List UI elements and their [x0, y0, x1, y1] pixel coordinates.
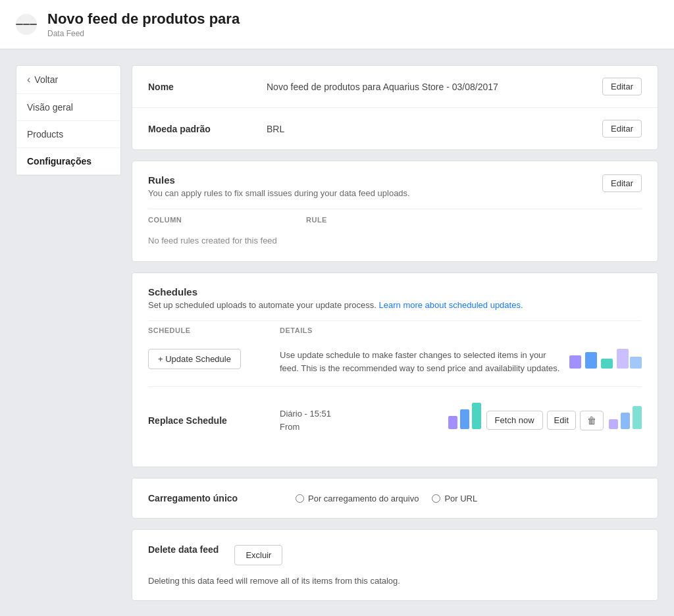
radio-group: Por carregamento do arquivo Por URL	[296, 494, 477, 503]
schedules-title: Schedules	[148, 286, 642, 297]
replace-schedule-label-cell: Replace Schedule	[148, 415, 280, 426]
update-schedule-details: Use update schedule to make faster chang…	[280, 349, 561, 374]
rules-title: Rules	[148, 174, 410, 186]
delete-note: Deleting this data feed will remove all …	[148, 576, 642, 586]
sidebar-item-back[interactable]: Voltar	[16, 66, 120, 94]
schedules-description: Set up scheduled uploads to automate you…	[148, 300, 642, 310]
carregamento-label: Carregamento único	[148, 493, 280, 503]
main-layout: Voltar Visão geral Products Configuraçõe…	[0, 49, 674, 616]
svg-rect-7	[472, 403, 481, 429]
update-schedule-row: + Update Schedule Use update schedule to…	[148, 340, 642, 386]
sidebar-item-products[interactable]: Products	[16, 121, 120, 148]
update-schedule-bars	[569, 349, 642, 377]
replace-schedule-actions: Fetch now Edit 🗑	[486, 411, 604, 430]
rules-table-header: COLUMN RULE	[148, 209, 642, 230]
column-header: COLUMN	[148, 216, 280, 224]
radio-option-arquivo[interactable]: Por carregamento do arquivo	[296, 494, 419, 503]
header-text-block: Novo feed de produtos para Data Feed	[47, 11, 240, 38]
carregamento-card: Carregamento único Por carregamento do a…	[132, 478, 658, 519]
replace-schedule-bars-right	[609, 396, 642, 444]
svg-rect-0	[569, 355, 581, 369]
main-content: Nome Novo feed de produtos para Aquarius…	[132, 65, 658, 601]
nome-label: Nome	[148, 82, 267, 92]
update-schedule-label-cell: + Update Schedule	[148, 349, 280, 369]
moeda-row: Moeda padrão BRL Editar	[132, 108, 658, 149]
excluir-button[interactable]: Excluir	[234, 545, 282, 565]
configuracoes-label: Configurações	[27, 156, 91, 167]
replace-schedule-delete-button[interactable]: 🗑	[580, 411, 604, 430]
update-schedule-button[interactable]: + Update Schedule	[148, 349, 241, 369]
svg-rect-2	[601, 359, 613, 369]
svg-rect-5	[448, 416, 457, 429]
sidebar: Voltar Visão geral Products Configuraçõe…	[16, 65, 121, 176]
svg-rect-10	[633, 406, 642, 429]
radio-url-label: Por URL	[444, 494, 477, 503]
rules-description: You can apply rules to fix small issues …	[148, 188, 410, 198]
svg-rect-1	[585, 352, 597, 369]
moeda-edit-button[interactable]: Editar	[602, 120, 642, 138]
back-label: Voltar	[34, 74, 58, 85]
replace-schedule-row: Replace Schedule Diário - 15:51 From	[148, 386, 642, 453]
rules-header-left: Rules You can apply rules to fix small i…	[148, 174, 410, 198]
svg-rect-9	[621, 413, 630, 429]
moeda-value: BRL	[267, 124, 602, 134]
radio-arquivo[interactable]	[296, 494, 304, 503]
schedules-desc-text: Set up scheduled uploads to automate you…	[148, 300, 376, 310]
replace-schedule-name: Replace Schedule	[148, 415, 280, 426]
replace-schedule-main-text: Diário - 15:51	[280, 407, 448, 421]
nome-value: Novo feed de produtos para Aquarius Stor…	[267, 82, 602, 92]
schedule-col-header: SCHEDULE	[148, 326, 280, 334]
delete-title: Delete data feed	[148, 544, 219, 555]
delete-row: Delete data feed Excluir	[148, 544, 642, 565]
rule-header: RULE	[306, 216, 327, 224]
schedules-learn-more-link[interactable]: Learn more about scheduled updates.	[379, 300, 523, 310]
replace-schedule-bars-left	[448, 396, 481, 444]
details-col-header: DETAILS	[280, 326, 642, 334]
schedule-table-header: SCHEDULE DETAILS	[148, 321, 642, 340]
delete-feed-card: Delete data feed Excluir Deleting this d…	[132, 529, 658, 601]
nome-edit-button[interactable]: Editar	[602, 78, 642, 95]
rules-edit-button[interactable]: Editar	[602, 174, 642, 192]
page-title: Novo feed de produtos para	[47, 11, 240, 28]
sidebar-item-configuracoes[interactable]: Configurações	[16, 148, 120, 175]
svg-rect-4	[630, 357, 642, 369]
replace-schedule-edit-button[interactable]: Edit	[547, 411, 576, 430]
sidebar-item-visao-geral[interactable]: Visão geral	[16, 94, 120, 121]
rules-empty-message: No feed rules created for this feed	[148, 230, 642, 248]
svg-rect-6	[460, 409, 469, 429]
rules-header: Rules You can apply rules to fix small i…	[148, 174, 642, 198]
page-subtitle: Data Feed	[47, 29, 240, 38]
rules-card: Rules You can apply rules to fix small i…	[132, 161, 658, 262]
nome-row: Nome Novo feed de produtos para Aquarius…	[132, 66, 658, 108]
products-label: Products	[27, 129, 63, 140]
carregamento-row: Carregamento único Por carregamento do a…	[148, 493, 642, 503]
menu-icon[interactable]	[16, 14, 37, 35]
radio-arquivo-label: Por carregamento do arquivo	[308, 494, 419, 503]
replace-schedule-info: Replace Schedule	[148, 415, 280, 426]
moeda-label: Moeda padrão	[148, 124, 267, 134]
svg-rect-3	[617, 349, 629, 369]
page-header: Novo feed de produtos para Data Feed	[0, 0, 674, 49]
rules-table: COLUMN RULE No feed rules created for th…	[148, 209, 642, 248]
replace-schedule-sub-text: From	[280, 421, 448, 434]
radio-option-url[interactable]: Por URL	[432, 494, 477, 503]
svg-rect-8	[609, 419, 618, 429]
visao-geral-label: Visão geral	[27, 102, 73, 113]
radio-url[interactable]	[432, 494, 440, 503]
schedules-card: Schedules Set up scheduled uploads to au…	[132, 272, 658, 467]
trash-icon: 🗑	[587, 415, 596, 426]
basic-info-card: Nome Novo feed de produtos para Aquarius…	[132, 65, 658, 150]
fetch-now-button[interactable]: Fetch now	[486, 411, 543, 430]
replace-schedule-details: Diário - 15:51 From	[280, 407, 448, 433]
